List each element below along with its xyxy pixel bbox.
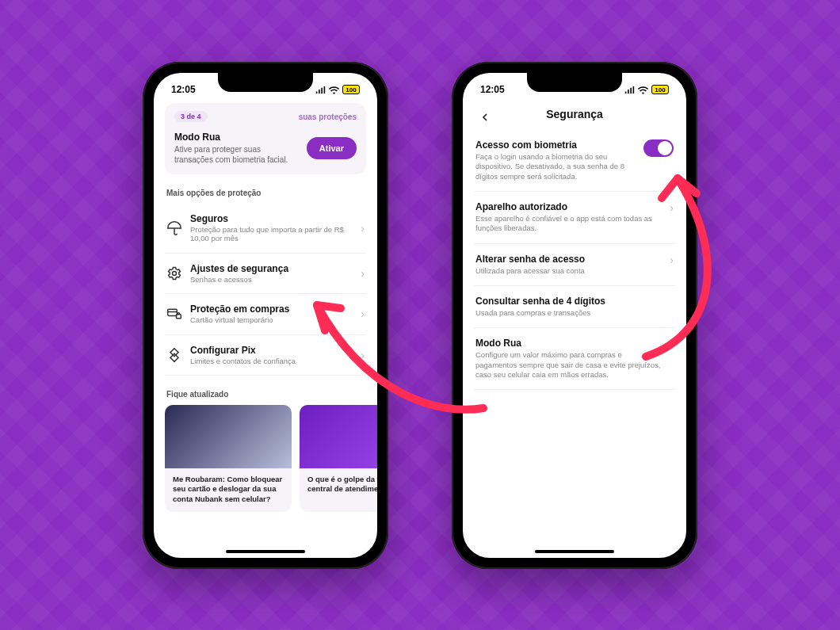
- sec-item-biometria[interactable]: Acesso com biometria Faça o login usando…: [474, 130, 675, 192]
- sec-title: Alterar senha de acesso: [475, 254, 662, 265]
- home-indicator: [535, 550, 614, 553]
- chevron-right-icon: ›: [670, 338, 674, 350]
- signal-icon: [315, 86, 326, 94]
- screen-left: 12:05 100 3 de 4 suas proteções: [154, 73, 377, 558]
- section-news-label: Fique atualizado: [166, 390, 365, 399]
- news-title: O que é o golpe da falsa central de aten…: [300, 468, 377, 502]
- option-sub: Cartão virtual temporário: [190, 315, 353, 324]
- sec-title: Modo Rua: [475, 338, 662, 349]
- protection-card: 3 de 4 suas proteções Modo Rua Ative par…: [165, 103, 366, 174]
- news-image: [300, 405, 377, 468]
- option-ajustes-seguranca[interactable]: Ajustes de segurança Senhas e acessos ›: [165, 254, 366, 294]
- status-time: 12:05: [480, 84, 505, 95]
- options-list: Seguros Proteção para tudo que importa a…: [165, 204, 366, 376]
- step-badge: 3 de 4: [174, 111, 208, 122]
- chevron-right-icon: ›: [361, 349, 365, 361]
- option-title: Configurar Pix: [190, 345, 353, 356]
- status-time: 12:05: [171, 84, 196, 95]
- umbrella-icon: [166, 220, 182, 236]
- signal-icon: [624, 86, 635, 94]
- sec-title: Aparelho autorizado: [475, 201, 662, 212]
- sec-desc: Faça o login usando a biometria do seu d…: [475, 152, 636, 181]
- notch: [527, 73, 622, 92]
- section-more-label: Mais opções de proteção: [166, 189, 365, 197]
- home-indicator: [226, 550, 305, 553]
- wifi-icon: [329, 86, 339, 94]
- sec-desc: Utilizada para acessar sua conta: [475, 266, 662, 276]
- battery-icon: 100: [342, 85, 360, 94]
- ativar-button[interactable]: Ativar: [307, 137, 357, 159]
- notch: [218, 73, 313, 92]
- screen-right: 12:05 100 Segurança: [463, 73, 686, 558]
- sec-item-modo-rua[interactable]: Modo Rua Configure um valor máximo para …: [474, 328, 675, 390]
- phone-right: 12:05 100 Segurança: [452, 62, 697, 569]
- chevron-right-icon: ›: [670, 201, 674, 214]
- news-image: [165, 405, 292, 468]
- card-lock-icon: [166, 306, 182, 322]
- sec-desc: Esse aparelho é confiável e o app está c…: [475, 214, 662, 234]
- biometria-toggle[interactable]: [643, 139, 674, 157]
- gear-icon: [166, 265, 182, 281]
- chevron-right-icon: ›: [361, 307, 365, 320]
- phone-left: 12:05 100 3 de 4 suas proteções: [143, 62, 388, 569]
- option-title: Ajustes de segurança: [190, 263, 353, 274]
- chevron-right-icon: ›: [670, 254, 674, 266]
- battery-icon: 100: [651, 85, 669, 94]
- option-sub: Proteção para tudo que importa a partir …: [190, 225, 353, 243]
- news-card-2[interactable]: O que é o golpe da falsa central de aten…: [300, 405, 377, 512]
- chevron-right-icon: ›: [361, 222, 365, 235]
- sec-item-alterar-senha[interactable]: Alterar senha de acesso Utilizada para a…: [474, 244, 675, 286]
- option-seguros[interactable]: Seguros Proteção para tudo que importa a…: [165, 204, 366, 254]
- option-sub: Senhas e acessos: [190, 275, 353, 284]
- news-title: Me Roubaram: Como bloquear seu cartão e …: [165, 468, 292, 512]
- modo-rua-title: Modo Rua: [174, 132, 300, 143]
- option-title: Proteção em compras: [190, 304, 353, 315]
- sec-item-senha-4dig[interactable]: Consultar senha de 4 dígitos Usada para …: [474, 286, 675, 328]
- option-title: Seguros: [190, 213, 353, 224]
- news-row: Me Roubaram: Como bloquear seu cartão e …: [165, 405, 366, 512]
- option-protecao-compras[interactable]: Proteção em compras Cartão virtual tempo…: [165, 294, 366, 334]
- svg-point-0: [173, 271, 177, 275]
- sec-title: Acesso com biometria: [475, 139, 636, 151]
- news-card-1[interactable]: Me Roubaram: Como bloquear seu cartão e …: [165, 405, 292, 512]
- chevron-right-icon: ›: [361, 267, 365, 280]
- sec-desc: Configure um valor máximo para compras e…: [475, 350, 662, 380]
- wifi-icon: [638, 86, 648, 94]
- sec-desc: Usada para compras e transações: [475, 308, 674, 318]
- modo-rua-desc: Ative para proteger suas transações com …: [174, 144, 300, 165]
- option-sub: Limites e contatos de confiança: [190, 357, 353, 365]
- page-title: Segurança: [546, 108, 603, 120]
- protection-subtitle: suas proteções: [299, 113, 357, 121]
- pix-icon: [166, 347, 182, 363]
- sec-title: Consultar senha de 4 dígitos: [475, 296, 674, 307]
- option-configurar-pix[interactable]: Configurar Pix Limites e contatos de con…: [165, 335, 366, 376]
- back-button[interactable]: [475, 108, 494, 127]
- sec-item-aparelho[interactable]: Aparelho autorizado Esse aparelho é conf…: [474, 192, 675, 244]
- page-header: Segurança: [474, 101, 675, 130]
- svg-rect-1: [168, 310, 178, 316]
